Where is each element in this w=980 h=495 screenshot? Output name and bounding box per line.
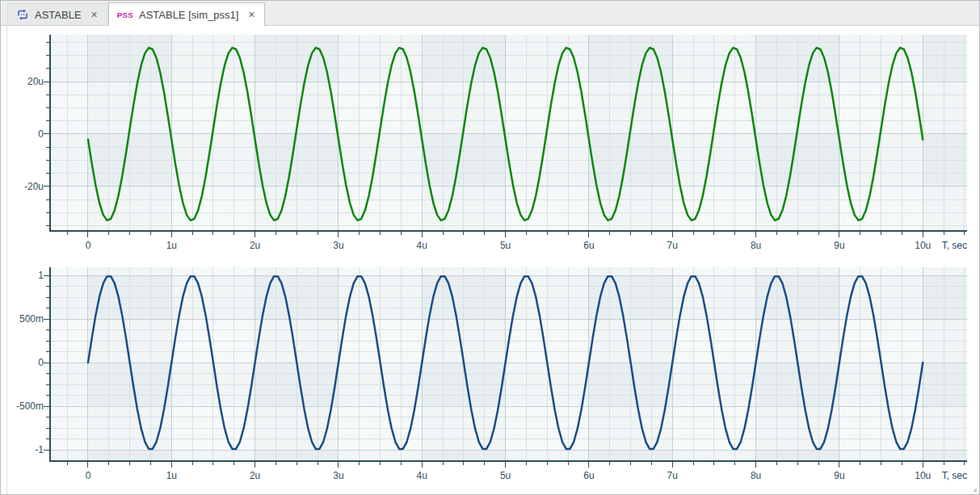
x-tick-label: 2u (250, 470, 260, 481)
x-tick-label: 1u (166, 240, 177, 251)
waveform-viewer-window: ASTABLE × PSS ASTABLE [sim_pss1] × 01u2u… (0, 0, 980, 495)
x-tick-label: 3u (333, 240, 343, 251)
y-tick-label: -1 (35, 444, 44, 455)
waveform-view-area: 01u2u3u4u5u6u7u8u9u10u20u0-20uT, sec 01u… (1, 26, 979, 494)
y-tick-label: -20u (24, 181, 44, 192)
x-tick-label: 4u (417, 240, 427, 251)
x-tick-label: 10u (915, 470, 931, 481)
x-axis-unit-label: T, sec (942, 470, 967, 481)
x-tick-label: 5u (500, 240, 511, 251)
schematic-icon (16, 8, 29, 21)
y-tick-label: 500m (19, 313, 44, 325)
x-tick-label: 9u (834, 240, 844, 251)
y-tick-label: 20u (27, 76, 44, 87)
close-icon[interactable]: × (90, 9, 99, 20)
y-tick-label: -500m (16, 401, 44, 412)
x-tick-label: 8u (751, 240, 761, 251)
x-tick-label: 6u (583, 470, 594, 481)
x-tick-label: 3u (333, 470, 343, 481)
tab-label: ASTABLE (35, 9, 82, 21)
x-tick-label: 9u (834, 470, 844, 481)
x-tick-label: 10u (915, 240, 931, 251)
x-tick-label: 0 (86, 470, 91, 481)
document-tab-bar: ASTABLE × PSS ASTABLE [sim_pss1] × (1, 1, 979, 26)
x-axis-unit-label: T, sec (942, 240, 967, 251)
x-tick-label: 1u (166, 470, 177, 481)
x-tick-label: 6u (583, 240, 594, 251)
x-tick-label: 5u (500, 470, 511, 481)
close-icon[interactable]: × (246, 9, 256, 20)
y-tick-label: 1 (38, 270, 44, 281)
waveform-chart-top[interactable]: 01u2u3u4u5u6u7u8u9u10u20u0-20uT, sec (1, 26, 980, 255)
y-tick-label: 0 (38, 128, 44, 140)
tab-label: ASTABLE [sim_pss1] (139, 9, 238, 21)
x-tick-label: 4u (417, 470, 427, 481)
x-tick-label: 7u (667, 240, 678, 251)
tab-astable-sim-pss1[interactable]: PSS ASTABLE [sim_pss1] × (108, 2, 266, 26)
tab-astable-schematic[interactable]: ASTABLE × (7, 3, 108, 25)
pss-badge: PSS (117, 10, 133, 19)
x-tick-label: 2u (250, 240, 260, 251)
waveform-chart-bottom[interactable]: 01u2u3u4u5u6u7u8u9u10u1500m0-500m-1T, se… (1, 255, 980, 495)
y-tick-label: 0 (38, 357, 44, 368)
x-tick-label: 0 (86, 240, 91, 251)
x-tick-label: 8u (751, 470, 761, 481)
x-tick-label: 7u (667, 470, 678, 481)
